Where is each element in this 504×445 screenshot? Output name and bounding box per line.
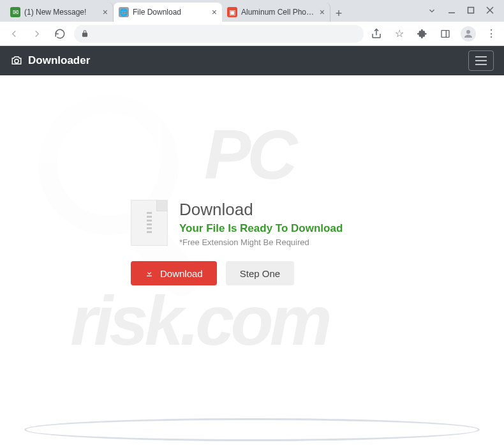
close-icon[interactable]: × <box>320 7 325 17</box>
tab-newmessage[interactable]: ✉ (1) New Message! × <box>5 3 114 22</box>
download-heading: Download <box>179 200 343 220</box>
close-window-icon[interactable] <box>486 6 494 18</box>
hamburger-icon <box>475 60 487 61</box>
tab-label: File Download <box>133 8 208 17</box>
step-one-button[interactable]: Step One <box>226 261 294 285</box>
tab-label: Aluminum Cell Phone H <box>241 8 316 17</box>
step-one-label: Step One <box>240 268 280 279</box>
window-controls <box>427 6 504 22</box>
camera-icon <box>10 55 23 66</box>
bookmark-star-icon[interactable]: ☆ <box>392 26 407 41</box>
download-note-text: *Free Extension Might Be Required <box>179 238 343 247</box>
profile-avatar[interactable] <box>461 26 476 41</box>
new-tab-button[interactable]: + <box>330 5 347 22</box>
address-bar[interactable] <box>74 25 364 43</box>
kebab-menu-icon[interactable]: ⋮ <box>484 26 499 41</box>
extensions-icon[interactable] <box>415 26 430 41</box>
lock-icon <box>80 29 89 38</box>
page-content: PC risk.com Download Your File Is Ready … <box>0 75 504 445</box>
download-button-label: Download <box>160 268 203 279</box>
download-ready-text: Your File Is Ready To Download <box>179 222 343 235</box>
zip-file-icon <box>131 200 168 246</box>
favicon-icon: ✉ <box>10 7 20 17</box>
svg-rect-1 <box>468 8 474 13</box>
tab-filedownload[interactable]: 🌐 File Download × <box>114 3 222 22</box>
close-icon[interactable]: × <box>212 7 217 17</box>
download-button[interactable]: Download <box>131 261 217 285</box>
browser-toolbar: ☆ ⋮ <box>0 22 504 46</box>
hamburger-button[interactable] <box>468 50 494 71</box>
maximize-icon[interactable] <box>467 6 475 18</box>
forward-button[interactable] <box>28 25 46 43</box>
favicon-icon: ▣ <box>227 7 237 17</box>
download-icon <box>145 269 154 278</box>
browser-tabstrip: ✉ (1) New Message! × 🌐 File Download × ▣… <box>0 0 504 22</box>
favicon-icon: 🌐 <box>119 7 129 17</box>
side-panel-icon[interactable] <box>438 26 453 41</box>
back-button[interactable] <box>5 25 23 43</box>
svg-point-8 <box>15 59 19 63</box>
minimize-icon[interactable] <box>448 6 456 18</box>
annotation-oval <box>24 418 480 441</box>
reload-button[interactable] <box>51 25 69 43</box>
svg-point-7 <box>466 30 470 34</box>
tab-aluminum[interactable]: ▣ Aluminum Cell Phone H × <box>222 3 330 22</box>
info-icon[interactable] <box>427 6 436 18</box>
close-icon[interactable]: × <box>103 7 108 17</box>
tab-label: (1) New Message! <box>24 8 99 17</box>
site-brand[interactable]: Downloader <box>10 54 90 67</box>
svg-rect-5 <box>441 30 449 37</box>
share-icon[interactable] <box>369 26 384 41</box>
brand-text: Downloader <box>28 54 90 67</box>
site-navbar: Downloader <box>0 46 504 75</box>
